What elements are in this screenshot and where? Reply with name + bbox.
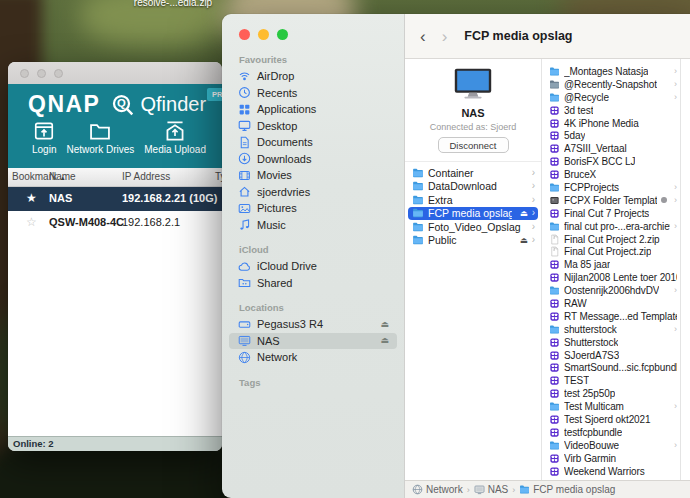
sidebar-item-shared[interactable]: Shared <box>229 275 397 292</box>
file-virb-garmin[interactable]: Virb Garmin <box>542 452 680 465</box>
eject-icon[interactable]: ⏏ <box>380 336 389 345</box>
sidebar-item-music[interactable]: Music <box>229 217 397 234</box>
share-extra[interactable]: Extra› <box>408 193 538 207</box>
disconnect-button[interactable]: Disconnect <box>438 137 509 153</box>
file-borisfx-bcc-lj[interactable]: BorisFX BCC LJ <box>542 155 680 168</box>
bookmark-star-icon[interactable]: ☆ <box>26 215 37 229</box>
share-fcp-media-opslag[interactable]: FCP media opslag⏏› <box>408 207 538 221</box>
file-fcpx-folder-template[interactable]: FCPX Folder Template› <box>542 194 680 207</box>
file-weekend-warriors[interactable]: Weekend Warriors <box>542 465 680 478</box>
device-name: QSW-M408-4C <box>49 216 124 228</box>
sidebar-item-movies[interactable]: Movies <box>229 167 397 184</box>
share-foto-video-opslag[interactable]: Foto_Video_Opslag› <box>408 220 538 234</box>
qnap-column-typ[interactable]: Typ <box>215 171 222 182</box>
file-ma-85-jaar[interactable]: Ma 85 jaar <box>542 258 680 271</box>
window-controls <box>222 14 404 48</box>
share-container[interactable]: Container› <box>408 166 538 180</box>
close-icon[interactable] <box>20 69 29 78</box>
file-recently-snapshot[interactable]: @Recently-Snapshot› <box>542 78 680 91</box>
qnap-device-row-nas[interactable]: ★NAS192.168.2.21 (10G) <box>8 187 222 211</box>
file-name: testfcpbundle <box>564 427 622 438</box>
qnap-tool-network-drives[interactable]: Network Drives <box>66 120 134 155</box>
folder-icon <box>519 484 530 495</box>
file-a7siii-vertaal[interactable]: A7SIII_Vertaal <box>542 142 680 155</box>
file-final-cut-pro-era-archieve[interactable]: final cut pro-...era-archieve› <box>542 220 680 233</box>
file-test-multicam[interactable]: Test Multicam› <box>542 400 680 413</box>
path-item-fcp-media-opslag[interactable]: FCP media opslag <box>519 484 615 495</box>
sidebar-item-network[interactable]: Network <box>229 349 397 366</box>
file-name: test 25p50p <box>564 388 615 399</box>
file-brucex[interactable]: BruceX <box>542 168 680 181</box>
sidebar-item-nas[interactable]: NAS⏏ <box>229 333 397 350</box>
device-ip: 192.168.2.1 <box>122 216 180 228</box>
file-videobouwe[interactable]: VideoBouwe› <box>542 439 680 452</box>
path-item-nas[interactable]: NAS <box>474 484 509 495</box>
qfinder-titlebar[interactable] <box>8 62 222 84</box>
fcp-icon <box>549 414 560 425</box>
qnap-tool-media-upload[interactable]: Media Upload <box>144 120 206 155</box>
file-nijlan2008-lente-toer-2010[interactable]: Nijlan2008 Lente toer 2010 <box>542 271 680 284</box>
minimize-icon[interactable] <box>258 29 269 40</box>
file-smartsound-sic-fcpbundle[interactable]: SmartSound...sic.fcpbundle <box>542 361 680 374</box>
eject-icon[interactable]: ⏏ <box>520 209 528 218</box>
share-name: Container <box>428 167 474 179</box>
file-name: Test Multicam <box>564 401 624 412</box>
file-4k-iphone-media[interactable]: 4K iPhone Media <box>542 117 680 130</box>
path-item-network[interactable]: Network <box>412 484 463 495</box>
qnap-status-bar: Online: 2 <box>8 436 222 451</box>
sidebar-item-documents[interactable]: Documents <box>229 134 397 151</box>
bookmark-star-icon[interactable]: ★ <box>26 191 37 205</box>
eject-icon[interactable]: ⏏ <box>520 236 528 245</box>
file-5day[interactable]: 5day <box>542 129 680 142</box>
file-recycle[interactable]: @Recycle› <box>542 91 680 104</box>
qnap-tool-login[interactable]: Login <box>32 120 56 155</box>
qnap-column-name[interactable]: Name <box>49 171 76 182</box>
qnap-device-row-qsw-m408-4c[interactable]: ☆QSW-M408-4C192.168.2.1 <box>8 211 222 235</box>
file-sjoerda7s3[interactable]: SJoerdA7S3 <box>542 349 680 362</box>
file-test[interactable]: TEST <box>542 374 680 387</box>
sidebar-item-downloads[interactable]: Downloads <box>229 151 397 168</box>
finder-sidebar: FavouritesAirDropRecentsApplicationsDesk… <box>222 14 405 498</box>
back-chevron-icon[interactable]: ‹ <box>420 28 426 45</box>
file-test-sjoerd-okt2021[interactable]: Test Sjoerd okt2021 <box>542 413 680 426</box>
file-testfcpbundle[interactable]: testfcpbundle <box>542 426 680 439</box>
zoom-icon[interactable] <box>277 29 288 40</box>
file-fcpprojects[interactable]: FCPProjects› <box>542 181 680 194</box>
magnifier-q-icon: Q <box>111 93 135 117</box>
sidebar-item-label: Documents <box>257 136 313 148</box>
minimize-icon[interactable] <box>37 69 46 78</box>
share-public[interactable]: Public⏏› <box>408 234 538 248</box>
eject-icon[interactable]: ⏏ <box>380 320 389 329</box>
file-shutterstock[interactable]: Shutterstock <box>542 336 680 349</box>
file-final-cut-project-2-zip[interactable]: Final Cut Project 2.zip <box>542 233 680 246</box>
upload-icon <box>164 120 186 142</box>
forward-chevron-icon[interactable]: › <box>442 28 448 45</box>
sidebar-item-sjoerdvries[interactable]: sjoerdvries <box>229 184 397 201</box>
file-shutterstock[interactable]: shutterstock› <box>542 323 680 336</box>
server-name: NAS <box>405 107 541 119</box>
close-icon[interactable] <box>239 29 250 40</box>
maximize-icon[interactable] <box>54 69 63 78</box>
sidebar-item-airdrop[interactable]: AirDrop <box>229 68 397 85</box>
desktop-file-label[interactable]: resolve-...edia.zip <box>88 0 258 8</box>
file-name: RAW <box>564 298 587 309</box>
file-3d-test[interactable]: 3d test <box>542 104 680 117</box>
file-montages-natasja[interactable]: _Montages Natasja› <box>542 65 680 78</box>
file-rt-message-ed-template[interactable]: RT Message...ed Template <box>542 310 680 323</box>
share-name: Foto_Video_Opslag <box>428 221 521 233</box>
file-oostenrijk2006hdvdv[interactable]: Oostenrijk2006hdvDV› <box>542 284 680 297</box>
sidebar-item-pegasus3-r4[interactable]: Pegasus3 R4⏏ <box>229 316 397 333</box>
share-datadownload[interactable]: DataDownload› <box>408 180 538 194</box>
sidebar-item-recents[interactable]: Recents <box>229 85 397 102</box>
path-item-label: FCP media opslag <box>533 484 615 495</box>
qnap-column-ip-address[interactable]: IP Address <box>122 171 170 182</box>
file-test-25p50p[interactable]: test 25p50p <box>542 387 680 400</box>
file-raw[interactable]: RAW <box>542 297 680 310</box>
sidebar-item-desktop[interactable]: Desktop <box>229 118 397 135</box>
file-final-cut-7-projects[interactable]: Final Cut 7 Projects <box>542 207 680 220</box>
file-final-cut-project-zip[interactable]: Final Cut Project.zip <box>542 245 680 258</box>
chevron-right-icon: › <box>674 183 677 192</box>
sidebar-item-applications[interactable]: Applications <box>229 101 397 118</box>
sidebar-item-icloud-drive[interactable]: iCloud Drive <box>229 258 397 275</box>
sidebar-item-pictures[interactable]: Pictures <box>229 200 397 217</box>
